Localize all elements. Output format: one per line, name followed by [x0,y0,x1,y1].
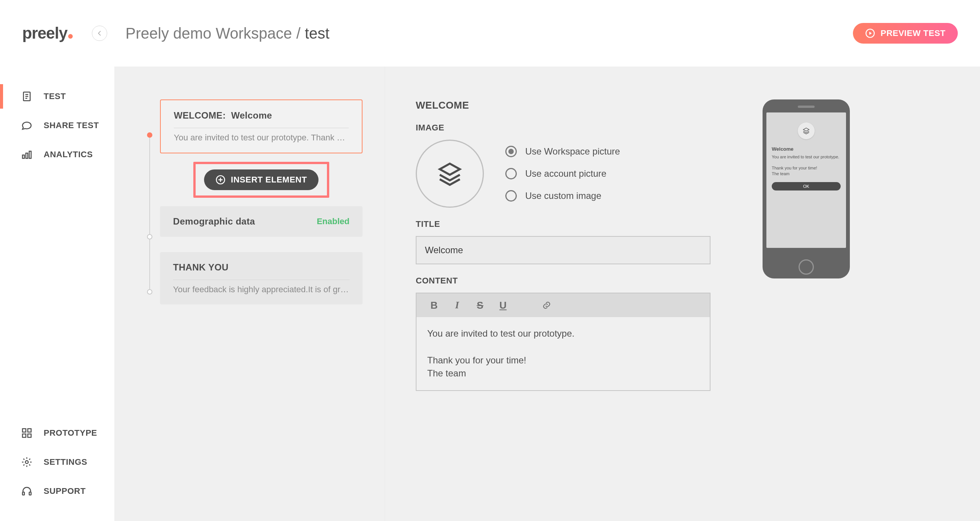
phone-title: Welcome [772,146,841,152]
svg-rect-9 [28,429,31,432]
insert-element-highlight: INSERT ELEMENT [193,162,329,198]
layers-icon [436,160,463,187]
timeline-line [149,138,150,234]
timeline-line [149,239,150,289]
plus-circle-icon [216,175,225,185]
breadcrumb-workspace[interactable]: Preely demo Workspace [126,25,292,42]
timeline-dot [147,289,152,295]
svg-rect-10 [23,434,26,438]
content-editor: B I S U You are invited to test our prot… [416,293,710,391]
gear-icon [21,456,33,468]
steps-panel: WELCOME: Welcome You are invited to test… [115,67,385,521]
analytics-icon [21,148,33,161]
step-card-thankyou[interactable]: THANK YOU Your feedback is highly apprec… [160,252,363,304]
breadcrumb: Preely demo Workspace / test [126,25,330,42]
logo: preely [22,24,73,42]
headset-icon [21,485,33,497]
phone-home-button-icon [799,259,814,275]
svg-rect-5 [23,155,24,158]
svg-rect-13 [23,492,24,495]
svg-rect-6 [26,153,28,158]
step-summary: Your feedback is highly appreciated.It i… [173,280,350,295]
back-button[interactable] [92,26,107,41]
sidebar-item-test[interactable]: TEST [0,82,114,111]
timeline-dot [147,132,152,138]
content-toolbar: B I S U [416,293,710,317]
sidebar-item-label: TEST [44,91,66,101]
link-icon [542,301,551,310]
insert-element-button[interactable]: INSERT ELEMENT [204,169,318,190]
sidebar-item-analytics[interactable]: ANALYTICS [0,140,114,169]
radio-icon [505,190,517,202]
sidebar-item-label: SUPPORT [44,486,86,496]
radio-use-custom-image[interactable]: Use custom image [505,190,620,202]
sidebar-item-label: SHARE TEST [44,120,99,130]
svg-rect-11 [28,434,31,438]
sidebar-item-label: SETTINGS [44,457,87,467]
chat-icon [21,119,33,132]
chevron-left-icon [96,30,103,37]
phone-image-icon [798,122,815,139]
preview-test-button[interactable]: PREVIEW TEST [853,23,958,44]
sidebar-item-share-test[interactable]: SHARE TEST [0,111,114,140]
phone-ok-button: OK [772,182,841,190]
radio-icon [505,168,517,179]
doc-icon [21,90,33,103]
underline-button[interactable]: U [496,298,510,312]
svg-point-12 [25,461,28,464]
sidebar-item-settings[interactable]: SETTINGS [0,448,114,477]
content-label: CONTENT [416,276,710,286]
step-summary: You are invited to test our prototype. T… [174,128,349,143]
phone-speaker-icon [798,106,815,108]
sidebar-item-prototype[interactable]: PROTOTYPE [0,418,114,448]
bold-button[interactable]: B [427,298,441,312]
timeline-dot [147,234,152,239]
breadcrumb-current: test [305,25,329,42]
status-badge: Enabled [317,217,350,226]
content-textarea[interactable]: You are invited to test our prototype. T… [416,317,710,390]
grid-icon [21,427,33,439]
strikethrough-button[interactable]: S [473,298,487,312]
radio-use-account-picture[interactable]: Use account picture [505,168,620,179]
sidebar: TEST SHARE TEST ANALYTICS PROTOTYPE SETT… [0,67,115,521]
sidebar-item-label: PROTOTYPE [44,428,97,438]
italic-button[interactable]: I [450,298,464,312]
phone-screen: Welcome You are invited to test our prot… [766,112,846,248]
sidebar-item-label: ANALYTICS [44,150,93,160]
title-label: TITLE [416,219,710,229]
logo-dot-icon [68,34,73,39]
svg-rect-14 [29,492,31,495]
sidebar-item-support[interactable]: SUPPORT [0,477,114,506]
link-button[interactable] [540,298,554,312]
image-placeholder[interactable] [416,140,484,208]
phone-preview: Welcome You are invited to test our prot… [763,99,850,278]
radio-icon [505,146,517,157]
editor-panel: WELCOME IMAGE Use Workspace picture Use … [385,67,980,521]
image-label: IMAGE [416,123,710,133]
radio-use-workspace-picture[interactable]: Use Workspace picture [505,146,620,157]
section-title: WELCOME [416,99,710,111]
play-circle-icon [865,28,875,38]
step-card-welcome[interactable]: WELCOME: Welcome You are invited to test… [160,99,363,153]
title-input[interactable] [416,236,710,264]
svg-rect-7 [29,151,31,158]
layers-icon [802,127,810,135]
step-card-demographic[interactable]: Demographic data Enabled [160,206,363,237]
svg-rect-8 [23,429,26,432]
topbar: preely Preely demo Workspace / test PREV… [0,0,980,67]
